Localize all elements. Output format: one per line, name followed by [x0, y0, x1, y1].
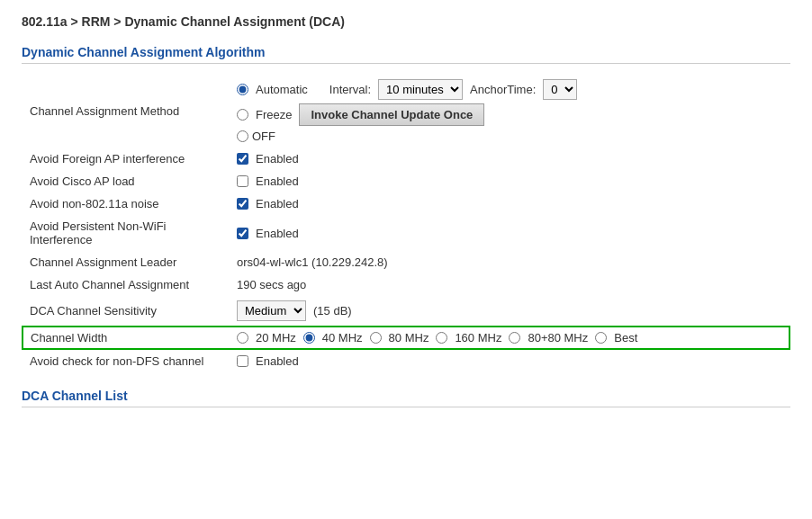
- avoid-non-dfs-label: Avoid check for non-DFS channel: [23, 349, 230, 372]
- channel-width-row: Channel Width 20 MHz 40 MHz 80 MHz 160 M…: [23, 327, 789, 349]
- breadcrumb: 802.11a > RRM > Dynamic Channel Assignme…: [22, 14, 790, 29]
- avoid-persistent-row: Avoid Persistent Non-WiFi Interference E…: [23, 215, 789, 251]
- freeze-radio[interactable]: [237, 109, 248, 121]
- avoid-persistent-enabled: Enabled: [256, 227, 299, 240]
- dca-sensitivity-value: Low Medium High (15 dB): [230, 296, 789, 327]
- cw-8080mhz-radio[interactable]: [509, 332, 520, 344]
- avoid-foreign-ap-checkbox[interactable]: [237, 153, 248, 165]
- channel-assignment-label: Channel Assignment Method: [23, 75, 230, 148]
- channel-width-label: Channel Width: [23, 327, 230, 349]
- invoke-channel-update-button[interactable]: Invoke Channel Update Once: [299, 103, 484, 126]
- avoid-cisco-ap-label: Avoid Cisco AP load: [23, 170, 230, 192]
- avoid-noise-value: Enabled: [230, 192, 789, 215]
- anchor-label: AnchorTime:: [470, 83, 536, 96]
- off-label: OFF: [252, 130, 275, 143]
- avoid-persistent-value: Enabled: [230, 215, 789, 251]
- dca-sensitivity-row: DCA Channel Sensitivity Low Medium High …: [23, 296, 789, 327]
- cw-best-radio[interactable]: [595, 332, 607, 344]
- cw-20mhz-radio[interactable]: [237, 332, 248, 344]
- dca-sensitivity-select[interactable]: Low Medium High: [237, 300, 306, 321]
- avoid-cisco-ap-enabled: Enabled: [256, 174, 299, 188]
- cw-80mhz-radio[interactable]: [370, 332, 382, 344]
- freeze-label: Freeze: [256, 108, 292, 121]
- automatic-label: Automatic: [256, 83, 308, 96]
- automatic-radio[interactable]: [237, 84, 248, 95]
- avoid-non-dfs-checkbox[interactable]: [237, 355, 248, 367]
- channel-leader-value: ors04-wl-wlc1 (10.229.242.8): [230, 251, 789, 273]
- avoid-noise-label: Avoid non-802.11a noise: [23, 192, 230, 215]
- cw-best-label: Best: [614, 331, 637, 345]
- last-auto-label: Last Auto Channel Assignment: [23, 273, 230, 296]
- avoid-non-dfs-enabled: Enabled: [256, 354, 299, 368]
- interval-label: Interval:: [329, 83, 371, 96]
- avoid-foreign-ap-label: Avoid Foreign AP interference: [23, 148, 230, 170]
- cw-40mhz-label: 40 MHz: [322, 331, 363, 345]
- channel-assignment-value: Automatic Interval: 10 minutes 5 minutes…: [230, 75, 789, 148]
- avoid-noise-row: Avoid non-802.11a noise Enabled: [23, 192, 789, 215]
- dca-sensitivity-label: DCA Channel Sensitivity: [23, 296, 230, 327]
- cw-8080mhz-label: 80+80 MHz: [528, 331, 588, 345]
- last-auto-value: 190 secs ago: [230, 273, 789, 296]
- channel-assignment-row: Channel Assignment Method Automatic Inte…: [23, 75, 789, 148]
- cw-20mhz-label: 20 MHz: [256, 331, 296, 345]
- avoid-cisco-ap-row: Avoid Cisco AP load Enabled: [23, 170, 789, 192]
- cw-80mhz-label: 80 MHz: [389, 331, 429, 345]
- avoid-persistent-checkbox[interactable]: [237, 228, 248, 239]
- avoid-noise-checkbox[interactable]: [237, 198, 248, 210]
- avoid-foreign-ap-enabled: Enabled: [256, 152, 299, 166]
- avoid-noise-enabled: Enabled: [256, 197, 299, 210]
- avoid-non-dfs-row: Avoid check for non-DFS channel Enabled: [23, 349, 789, 372]
- dca-sensitivity-db: (15 dB): [313, 304, 352, 318]
- interval-select[interactable]: 10 minutes 5 minutes 1 minute: [378, 79, 463, 100]
- avoid-cisco-ap-checkbox[interactable]: [237, 175, 248, 187]
- avoid-non-dfs-value: Enabled: [230, 349, 789, 372]
- avoid-foreign-ap-value: Enabled: [230, 148, 789, 170]
- avoid-cisco-ap-value: Enabled: [230, 170, 789, 192]
- channel-width-value: 20 MHz 40 MHz 80 MHz 160 MHz 80+80 MHz B…: [230, 327, 789, 349]
- cw-40mhz-radio[interactable]: [303, 332, 315, 344]
- dca-list-title: DCA Channel List: [22, 389, 790, 407]
- anchor-select[interactable]: 0123 456: [543, 79, 577, 100]
- last-auto-row: Last Auto Channel Assignment 190 secs ag…: [23, 273, 789, 296]
- channel-leader-label: Channel Assignment Leader: [23, 251, 230, 273]
- section-title: Dynamic Channel Assignment Algorithm: [22, 45, 790, 64]
- channel-leader-row: Channel Assignment Leader ors04-wl-wlc1 …: [23, 251, 789, 273]
- avoid-persistent-label: Avoid Persistent Non-WiFi Interference: [23, 215, 230, 251]
- cw-160mhz-radio[interactable]: [436, 332, 447, 344]
- cw-160mhz-label: 160 MHz: [455, 331, 501, 345]
- off-radio[interactable]: [237, 130, 248, 142]
- avoid-foreign-ap-row: Avoid Foreign AP interference Enabled: [23, 148, 789, 170]
